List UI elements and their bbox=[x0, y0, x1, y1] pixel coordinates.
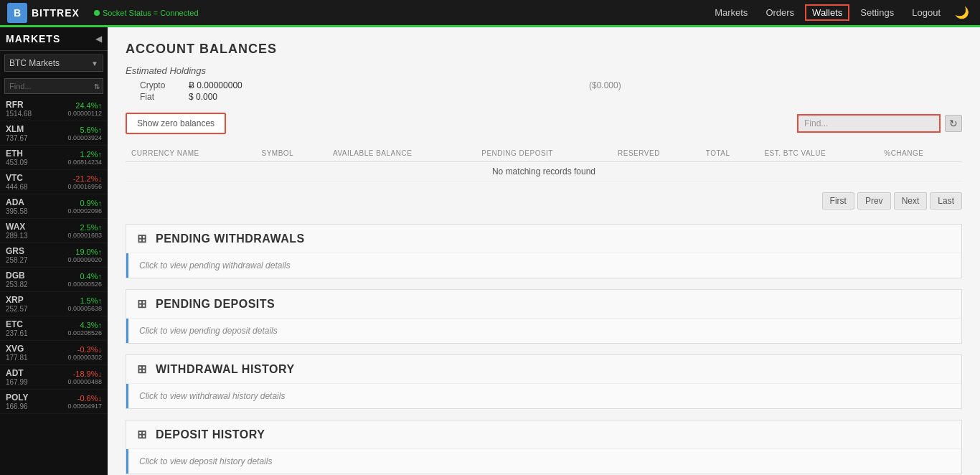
crypto-paren: ($0.000) bbox=[589, 80, 962, 90]
coin-price: 177.81 bbox=[6, 354, 28, 362]
coin-left: XRP 252.57 bbox=[6, 295, 28, 313]
coin-right: -18.9%↓ 0.00000488 bbox=[67, 370, 102, 385]
coin-price: 289.13 bbox=[6, 232, 28, 240]
coin-item[interactable]: DGB 253.82 0.4%↑ 0.00000526 bbox=[0, 268, 108, 292]
coin-btc: 0.00004917 bbox=[67, 403, 102, 410]
coin-change: 0.9%↑ bbox=[80, 199, 102, 207]
coin-btc: 0.00000112 bbox=[67, 110, 102, 117]
last-page-btn[interactable]: Last bbox=[930, 192, 962, 210]
nav-wallets[interactable]: Wallets bbox=[805, 4, 849, 21]
coin-item[interactable]: ADT 167.99 -18.9%↓ 0.00000488 bbox=[0, 365, 108, 390]
coin-price: 395.58 bbox=[6, 207, 28, 215]
coin-item[interactable]: ETH 453.09 1.2%↑ 0.06814234 bbox=[0, 146, 108, 170]
theme-toggle-icon[interactable]: 🌙 bbox=[951, 6, 973, 19]
sidebar-collapse-btn[interactable]: ◀ bbox=[95, 34, 102, 44]
coin-left: XVG 177.81 bbox=[6, 344, 28, 362]
coin-left: ETC 237.61 bbox=[6, 319, 28, 337]
col-pending-deposit: PENDING DEPOSIT bbox=[476, 145, 612, 162]
table-body: No matching records found bbox=[126, 162, 962, 182]
sidebar-search-input[interactable] bbox=[5, 79, 91, 93]
deposit-history-header[interactable]: ⊞ DEPOSIT HISTORY bbox=[126, 420, 961, 449]
coin-left: ADA 395.58 bbox=[6, 197, 28, 215]
coin-change: -21.2%↓ bbox=[73, 174, 102, 183]
coin-btc: 0.00000526 bbox=[67, 281, 102, 288]
withdrawal-history-expand-icon: ⊞ bbox=[137, 362, 149, 376]
coin-change: 24.4%↑ bbox=[75, 101, 102, 110]
coin-item[interactable]: VTC 444.68 -21.2%↓ 0.00016956 bbox=[0, 170, 108, 194]
table-row: No matching records found bbox=[126, 162, 962, 182]
nav-orders[interactable]: Orders bbox=[758, 4, 801, 21]
coin-right: 0.9%↑ 0.00002096 bbox=[67, 199, 102, 215]
coin-name: GRS bbox=[6, 246, 28, 256]
coin-right: -0.3%↓ 0.00000302 bbox=[67, 345, 102, 361]
coin-change: 2.5%↑ bbox=[80, 223, 102, 232]
coin-item[interactable]: RFR 1514.68 24.4%↑ 0.00000112 bbox=[0, 97, 108, 121]
balances-table: CURRENCY NAME SYMBOL AVAILABLE BALANCE P… bbox=[126, 145, 962, 182]
nav-logout[interactable]: Logout bbox=[905, 4, 948, 21]
prev-page-btn[interactable]: Prev bbox=[857, 192, 891, 210]
top-nav: B BITTREX Socket Status = Connected Mark… bbox=[0, 0, 980, 27]
coin-left: ETH 453.09 bbox=[6, 149, 28, 166]
coin-price: 737.67 bbox=[6, 134, 28, 142]
first-page-btn[interactable]: First bbox=[822, 192, 854, 210]
coin-btc: 0.00000488 bbox=[67, 378, 102, 385]
col-available-balance: AVAILABLE BALANCE bbox=[327, 145, 476, 162]
coin-list: RFR 1514.68 24.4%↑ 0.00000112 XLM 737.67… bbox=[0, 97, 108, 475]
nav-markets[interactable]: Markets bbox=[707, 4, 755, 21]
refresh-btn[interactable]: ↻ bbox=[945, 115, 962, 132]
pending-withdrawals-header[interactable]: ⊞ PENDING WITHDRAWALS bbox=[126, 225, 961, 253]
coin-price: 1514.68 bbox=[6, 110, 32, 118]
holdings-grid: Crypto Ƀ 0.00000000 ($0.000) Fiat $ 0.00… bbox=[140, 80, 962, 102]
coin-left: VTC 444.68 bbox=[6, 173, 28, 191]
col-total: TOTAL bbox=[700, 145, 759, 162]
nav-links: Markets Orders Wallets Settings Logout 🌙 bbox=[707, 4, 973, 21]
coin-btc: 0.06814234 bbox=[67, 159, 102, 166]
coin-left: GRS 258.27 bbox=[6, 246, 28, 264]
coin-left: RFR 1514.68 bbox=[6, 100, 32, 118]
coin-right: 2.5%↑ 0.00001683 bbox=[67, 223, 102, 239]
deposit-history-text: Click to view deposit history details bbox=[139, 456, 272, 466]
withdrawal-history-header[interactable]: ⊞ WITHDRAWAL HISTORY bbox=[126, 355, 961, 384]
coin-change: 1.5%↑ bbox=[80, 296, 102, 305]
coin-item[interactable]: POLY 166.96 -0.6%↓ 0.00004917 bbox=[0, 390, 108, 414]
coin-right: -21.2%↓ 0.00016956 bbox=[67, 174, 102, 190]
pending-deposits-section: ⊞ PENDING DEPOSITS Click to view pending… bbox=[126, 289, 962, 344]
coin-name: ETC bbox=[6, 319, 28, 329]
next-page-btn[interactable]: Next bbox=[894, 192, 928, 210]
sidebar-search-icon[interactable]: ⇅ bbox=[91, 80, 103, 93]
deposit-history-body: Click to view deposit history details bbox=[126, 449, 961, 474]
show-zero-balances-btn[interactable]: Show zero balances bbox=[126, 113, 226, 134]
coin-left: POLY 166.96 bbox=[6, 392, 29, 410]
coin-item[interactable]: XVG 177.81 -0.3%↓ 0.00000302 bbox=[0, 341, 108, 365]
logo-text: BITTREX bbox=[32, 7, 80, 19]
coin-name: XRP bbox=[6, 295, 28, 305]
coin-item[interactable]: ETC 237.61 4.3%↑ 0.00208526 bbox=[0, 316, 108, 341]
coin-btc: 0.00000302 bbox=[67, 354, 102, 361]
coin-price: 237.61 bbox=[6, 329, 28, 337]
nav-settings[interactable]: Settings bbox=[853, 4, 901, 21]
main-content: ACCOUNT BALANCES Estimated Holdings Cryp… bbox=[108, 27, 980, 475]
coin-change: 0.4%↑ bbox=[80, 272, 102, 281]
coin-item[interactable]: XLM 737.67 5.6%↑ 0.00003924 bbox=[0, 121, 108, 146]
coin-left: XLM 737.67 bbox=[6, 124, 28, 142]
coin-right: -0.6%↓ 0.00004917 bbox=[67, 394, 102, 410]
sidebar-search: ⇅ bbox=[4, 78, 103, 94]
coin-btc: 0.00005638 bbox=[67, 305, 102, 312]
coin-price: 166.96 bbox=[6, 403, 29, 410]
coin-item[interactable]: ADA 395.58 0.9%↑ 0.00002096 bbox=[0, 194, 108, 219]
market-select[interactable]: BTC Markets ▼ bbox=[4, 55, 103, 72]
col-pct-change: %CHANGE bbox=[878, 145, 962, 162]
pending-withdrawals-body: Click to view pending withdrawal details bbox=[126, 253, 961, 278]
coin-item[interactable]: GRS 258.27 19.0%↑ 0.00009020 bbox=[0, 243, 108, 268]
coin-item[interactable]: WAX 289.13 2.5%↑ 0.00001683 bbox=[0, 219, 108, 243]
coin-change: 1.2%↑ bbox=[80, 150, 102, 159]
find-input[interactable] bbox=[804, 118, 933, 128]
pending-withdrawals-section: ⊞ PENDING WITHDRAWALS Click to view pend… bbox=[126, 224, 962, 278]
coin-name: WAX bbox=[6, 222, 28, 232]
table-head: CURRENCY NAME SYMBOL AVAILABLE BALANCE P… bbox=[126, 145, 962, 162]
page-title: ACCOUNT BALANCES bbox=[126, 42, 962, 57]
coin-item[interactable]: XRP 252.57 1.5%↑ 0.00005638 bbox=[0, 292, 108, 316]
pending-deposits-header[interactable]: ⊞ PENDING DEPOSITS bbox=[126, 290, 961, 319]
controls-row: Show zero balances ↻ bbox=[126, 113, 962, 134]
coin-price: 453.09 bbox=[6, 159, 28, 166]
